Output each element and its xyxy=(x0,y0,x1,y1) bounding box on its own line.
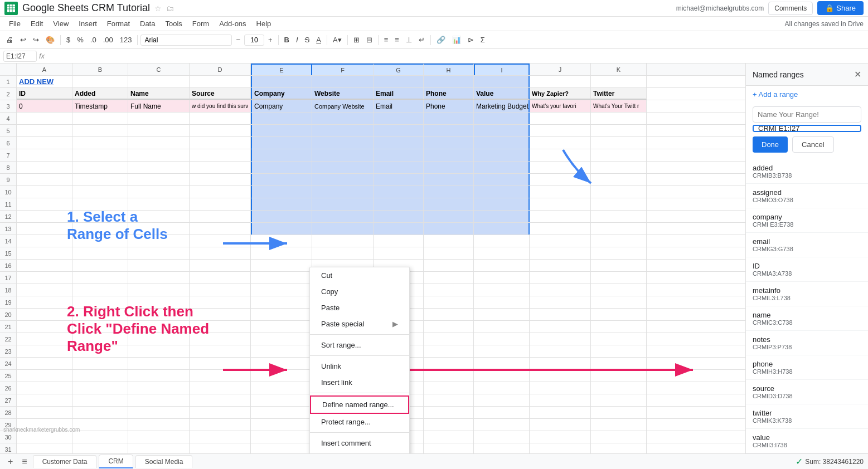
menu-addons[interactable]: Add-ons xyxy=(215,18,250,29)
cell-a21[interactable] xyxy=(17,321,72,333)
range-grid-icon[interactable]: ⊞ xyxy=(856,125,861,132)
borders-button[interactable]: ⊞ xyxy=(351,34,362,46)
cell-e12[interactable] xyxy=(251,211,312,222)
ctx-protect-range[interactable]: Protect range... xyxy=(310,414,409,430)
cell-c13[interactable] xyxy=(128,223,190,234)
cell-e7[interactable] xyxy=(251,149,312,161)
cell-i9[interactable] xyxy=(474,174,530,185)
range-item-phone[interactable]: phoneCRMIH3:H738 xyxy=(746,355,868,380)
cell-h23[interactable] xyxy=(424,345,474,357)
cell-b16[interactable] xyxy=(72,260,128,271)
cell-d28[interactable] xyxy=(190,407,251,418)
cell-h14[interactable] xyxy=(424,235,474,247)
cell-i23[interactable] xyxy=(474,345,530,357)
cell-a17[interactable] xyxy=(17,272,72,284)
cell-i31[interactable] xyxy=(474,443,530,453)
cell-e2[interactable]: Company xyxy=(251,88,312,100)
cell-d25[interactable] xyxy=(190,370,251,382)
filter-button[interactable]: ⊳ xyxy=(465,34,477,46)
redo-button[interactable]: ↪ xyxy=(30,34,42,46)
cell-j31[interactable] xyxy=(530,443,591,453)
cell-j24[interactable] xyxy=(530,358,591,369)
cell-h20[interactable] xyxy=(424,309,474,320)
cell-g10[interactable] xyxy=(374,186,424,198)
cell-k2[interactable]: Twitter xyxy=(591,88,647,100)
cell-k1[interactable] xyxy=(591,76,647,87)
cell-k31[interactable] xyxy=(591,443,647,453)
cell-k7[interactable] xyxy=(591,149,647,161)
cell-h9[interactable] xyxy=(424,174,474,185)
cell-e3[interactable]: Company xyxy=(251,100,312,112)
cell-j11[interactable] xyxy=(530,198,591,210)
font-size-increase[interactable]: + xyxy=(265,34,275,46)
col-header-e[interactable]: E xyxy=(251,63,312,75)
cell-f8[interactable] xyxy=(312,162,374,173)
cell-j5[interactable] xyxy=(530,125,591,136)
cell-e1[interactable] xyxy=(251,76,312,87)
tab-crm[interactable]: CRM xyxy=(99,455,133,468)
cell-b27[interactable] xyxy=(72,394,128,406)
cell-b20[interactable] xyxy=(72,309,128,320)
sheets-menu-button[interactable]: ≡ xyxy=(18,457,30,467)
cell-j18[interactable] xyxy=(530,284,591,296)
dollar-button[interactable]: $ xyxy=(64,34,73,46)
cell-h15[interactable] xyxy=(424,247,474,259)
font-size-decrease[interactable]: − xyxy=(233,34,243,46)
cancel-button[interactable]: Cancel xyxy=(792,136,833,153)
cell-a16[interactable] xyxy=(17,260,72,271)
range-name-input[interactable] xyxy=(753,106,861,123)
cell-a11[interactable] xyxy=(17,198,72,210)
cell-i21[interactable] xyxy=(474,321,530,333)
cell-h5[interactable] xyxy=(424,125,474,136)
cell-e11[interactable] xyxy=(251,198,312,210)
cell-j12[interactable] xyxy=(530,211,591,222)
panel-close-button[interactable]: ✕ xyxy=(854,69,861,80)
cell-j9[interactable] xyxy=(530,174,591,185)
cell-e17[interactable] xyxy=(251,272,312,284)
menu-format[interactable]: Format xyxy=(103,18,134,29)
cell-h28[interactable] xyxy=(424,407,474,418)
cell-j17[interactable] xyxy=(530,272,591,284)
underline-button[interactable]: A xyxy=(313,34,324,46)
cell-c26[interactable] xyxy=(128,382,190,394)
cell-i6[interactable] xyxy=(474,137,530,149)
menu-data[interactable]: Data xyxy=(135,18,159,29)
range-item-assigned[interactable]: assignedCRMIO3:O738 xyxy=(746,184,868,208)
col-header-i[interactable]: I xyxy=(474,63,530,75)
cell-h8[interactable] xyxy=(424,162,474,173)
fill-color-button[interactable]: A▾ xyxy=(330,34,345,46)
cell-j8[interactable] xyxy=(530,162,591,173)
ctx-cut[interactable]: Cut xyxy=(310,267,409,284)
cell-a28[interactable] xyxy=(17,407,72,418)
cell-b7[interactable] xyxy=(72,149,128,161)
cell-c25[interactable] xyxy=(128,370,190,382)
cell-i12[interactable] xyxy=(474,211,530,222)
folder-icon[interactable]: 🗂 xyxy=(166,4,174,13)
cell-e10[interactable] xyxy=(251,186,312,198)
cell-h25[interactable] xyxy=(424,370,474,382)
star-icon[interactable]: ☆ xyxy=(154,4,162,13)
ctx-insert-comment[interactable]: Insert comment xyxy=(310,435,409,451)
cell-h21[interactable] xyxy=(424,321,474,333)
cell-d17[interactable] xyxy=(190,272,251,284)
cell-g15[interactable] xyxy=(374,247,424,259)
cell-i2[interactable]: Value xyxy=(474,88,530,100)
cell-j20[interactable] xyxy=(530,309,591,320)
cell-c21[interactable] xyxy=(128,321,190,333)
cell-d20[interactable] xyxy=(190,309,251,320)
cell-i11[interactable] xyxy=(474,198,530,210)
cell-a8[interactable] xyxy=(17,162,72,173)
cell-b2[interactable]: Added xyxy=(72,88,128,100)
cell-d10[interactable] xyxy=(190,186,251,198)
col-header-h[interactable]: H xyxy=(424,63,474,75)
cell-c9[interactable] xyxy=(128,174,190,185)
cell-h19[interactable] xyxy=(424,296,474,308)
cell-k18[interactable] xyxy=(591,284,647,296)
cell-h11[interactable] xyxy=(424,198,474,210)
cell-d9[interactable] xyxy=(190,174,251,185)
cell-g14[interactable] xyxy=(374,235,424,247)
cell-d15[interactable] xyxy=(190,247,251,259)
cell-a9[interactable] xyxy=(17,174,72,185)
cell-k25[interactable] xyxy=(591,370,647,382)
cell-i22[interactable] xyxy=(474,333,530,345)
